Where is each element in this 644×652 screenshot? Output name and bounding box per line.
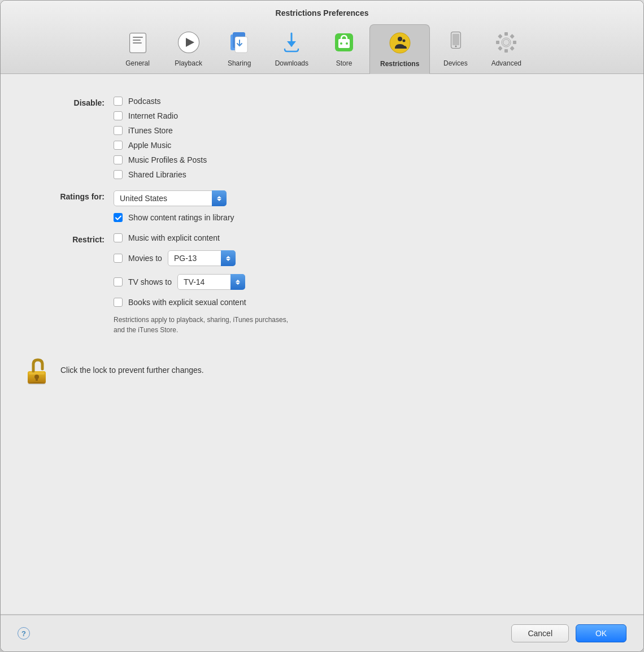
devices-icon <box>442 29 469 56</box>
country-select-wrapper: United States Australia Canada France Ge… <box>114 190 227 206</box>
lock-text[interactable]: Click the lock to prevent further change… <box>60 366 204 375</box>
shared-libraries-checkbox[interactable] <box>114 170 123 179</box>
toolbar: General Playback <box>1 24 643 73</box>
music-profiles-checkbox[interactable] <box>114 155 123 164</box>
restrict-books-row: Books with explicit sexual content <box>114 298 288 307</box>
advanced-label: Advanced <box>491 59 521 67</box>
svg-rect-26 <box>510 34 515 38</box>
tv-select-wrapper: TV-Y TV-Y7 TV-G TV-PG TV-14 TV-MA All <box>177 274 245 290</box>
toolbar-item-restrictions[interactable]: Restrictions <box>369 24 430 74</box>
movies-label[interactable]: Movies to <box>128 254 162 263</box>
store-label: Store <box>336 59 353 67</box>
apple-music-label[interactable]: Apple Music <box>128 141 171 150</box>
itunes-store-label[interactable]: iTunes Store <box>128 126 173 135</box>
svg-point-22 <box>455 46 457 47</box>
svg-rect-2 <box>133 37 143 38</box>
explicit-music-checkbox[interactable] <box>114 233 123 242</box>
country-select[interactable]: United States Australia Canada France Ge… <box>114 190 227 206</box>
movies-select-wrapper: G PG PG-13 R NC-17 All <box>168 250 236 266</box>
svg-rect-38 <box>36 377 38 381</box>
checkbox-shared-libraries: Shared Libraries <box>114 170 207 179</box>
svg-rect-27 <box>513 41 516 44</box>
toolbar-item-advanced[interactable]: Advanced <box>481 24 532 73</box>
toolbar-item-store[interactable]: Store <box>319 24 369 73</box>
devices-label: Devices <box>443 59 468 67</box>
info-text-line1: Restrictions apply to playback, sharing,… <box>114 316 288 324</box>
general-icon <box>124 29 151 56</box>
restrictions-info-text: Restrictions apply to playback, sharing,… <box>114 315 288 335</box>
restrict-content: Music with explicit content Movies to G … <box>114 233 288 335</box>
toolbar-item-downloads[interactable]: Downloads <box>265 24 319 73</box>
toolbar-item-sharing[interactable]: Sharing <box>214 24 265 73</box>
podcasts-label[interactable]: Podcasts <box>128 97 161 106</box>
show-ratings-row: Show content ratings in library <box>114 213 234 222</box>
disable-label: Disable: <box>23 97 114 107</box>
restrictions-label: Restrictions <box>380 60 419 68</box>
tv-label[interactable]: TV shows to <box>128 277 172 286</box>
apple-music-checkbox[interactable] <box>114 141 123 150</box>
shared-libraries-label[interactable]: Shared Libraries <box>128 170 186 179</box>
ratings-label: Ratings for: <box>23 190 114 201</box>
svg-rect-28 <box>510 46 515 50</box>
checkbox-podcasts: Podcasts <box>114 97 207 106</box>
disable-section: Disable: Podcasts Internet Radio iTunes … <box>23 97 621 179</box>
music-profiles-label[interactable]: Music Profiles & Posts <box>128 155 207 164</box>
show-ratings-label[interactable]: Show content ratings in library <box>128 213 234 222</box>
toolbar-item-playback[interactable]: Playback <box>163 24 214 73</box>
svg-rect-39 <box>29 372 45 375</box>
sharing-label: Sharing <box>228 59 251 67</box>
svg-rect-21 <box>452 34 459 45</box>
restrict-movies-row: Movies to G PG PG-13 R NC-17 All <box>114 250 288 266</box>
checkbox-itunes-store: iTunes Store <box>114 126 207 135</box>
lock-section[interactable]: Click the lock to prevent further change… <box>23 346 621 394</box>
toolbar-item-general[interactable]: General <box>112 24 163 73</box>
checkbox-music-profiles: Music Profiles & Posts <box>114 155 207 164</box>
podcasts-checkbox[interactable] <box>114 97 123 106</box>
playback-icon <box>175 29 202 56</box>
svg-rect-25 <box>504 32 508 36</box>
advanced-icon <box>493 29 520 56</box>
show-ratings-checkbox[interactable] <box>114 213 123 222</box>
ok-button[interactable]: OK <box>576 624 626 642</box>
svg-rect-29 <box>504 49 508 53</box>
ratings-section: Ratings for: United States Australia Can… <box>23 190 621 222</box>
books-label[interactable]: Books with explicit sexual content <box>128 298 246 307</box>
title-bar: Restrictions Preferences General <box>1 1 643 74</box>
content-area: Disable: Podcasts Internet Radio iTunes … <box>1 74 643 614</box>
svg-point-34 <box>503 40 509 45</box>
svg-point-17 <box>398 37 402 41</box>
info-text-line2: and the iTunes Store. <box>114 326 178 334</box>
svg-rect-30 <box>498 46 503 50</box>
help-button[interactable]: ? <box>18 627 30 640</box>
downloads-icon <box>278 29 305 56</box>
restrict-label: Restrict: <box>23 233 114 244</box>
internet-radio-checkbox[interactable] <box>114 111 123 120</box>
explicit-music-label[interactable]: Music with explicit content <box>128 233 220 242</box>
tv-rating-select[interactable]: TV-Y TV-Y7 TV-G TV-PG TV-14 TV-MA All <box>177 274 245 290</box>
general-label: General <box>125 59 150 67</box>
itunes-store-checkbox[interactable] <box>114 126 123 135</box>
movies-checkbox[interactable] <box>114 254 123 263</box>
lock-icon[interactable] <box>23 355 53 385</box>
svg-rect-4 <box>133 42 142 44</box>
books-checkbox[interactable] <box>114 298 123 307</box>
svg-rect-31 <box>496 41 499 44</box>
restrict-section: Restrict: Music with explicit content Mo… <box>23 233 621 335</box>
cancel-button[interactable]: Cancel <box>511 624 569 642</box>
bottom-bar: ? Cancel OK <box>1 615 643 651</box>
checkbox-apple-music: Apple Music <box>114 141 207 150</box>
toolbar-item-devices[interactable]: Devices <box>430 24 481 73</box>
internet-radio-label[interactable]: Internet Radio <box>128 111 178 120</box>
downloads-label: Downloads <box>275 59 308 67</box>
sharing-icon <box>226 29 253 56</box>
restrictions-icon <box>386 29 414 56</box>
svg-point-18 <box>402 40 405 42</box>
svg-rect-32 <box>498 34 503 38</box>
window-title: Restrictions Preferences <box>1 8 643 18</box>
restrict-tv-row: TV shows to TV-Y TV-Y7 TV-G TV-PG TV-14 … <box>114 274 288 290</box>
movies-rating-select[interactable]: G PG PG-13 R NC-17 All <box>168 250 236 266</box>
store-icon <box>330 29 358 56</box>
window: Restrictions Preferences General <box>0 0 644 652</box>
tv-checkbox[interactable] <box>114 277 123 286</box>
checkbox-internet-radio: Internet Radio <box>114 111 207 120</box>
